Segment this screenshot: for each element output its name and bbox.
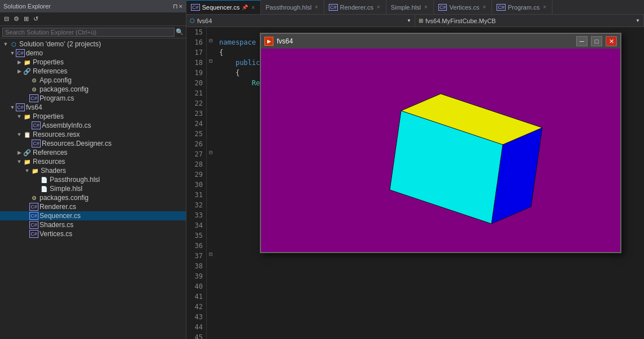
code-line-44 xyxy=(219,322,639,332)
vertices-cs-item[interactable]: C# Vertices.cs xyxy=(0,229,186,238)
fvs64-pkgconfig-label: packages.config xyxy=(40,194,89,202)
search-input[interactable] xyxy=(2,28,175,37)
demo-references-label: References xyxy=(33,67,67,75)
line37-collapse[interactable]: ⊟ xyxy=(207,251,215,261)
shaders-folder-item[interactable]: ▼ 📁 Shaders xyxy=(0,166,186,175)
se-refresh-button[interactable]: ↺ xyxy=(32,15,40,23)
resources-designer-icon: C# xyxy=(32,140,41,147)
float-window: ▶ fvs64 ─ □ ✕ xyxy=(260,33,621,253)
project-demo-item[interactable]: ▼ C# demo xyxy=(0,49,186,58)
line-num-23: 23 xyxy=(190,108,203,119)
resx-icon: 📋 xyxy=(23,131,32,138)
line-num-22: 22 xyxy=(190,98,203,108)
sequencer-icon: C# xyxy=(29,212,38,220)
line-num-16: 16 xyxy=(190,37,203,47)
member-dropdown[interactable]: ⊞ fvs64.MyFirstCube.MyCB ▼ xyxy=(415,15,644,27)
close-se-button[interactable]: × xyxy=(179,3,182,10)
se-search-bar[interactable]: 🔍 xyxy=(0,26,186,38)
line-num-33: 33 xyxy=(190,210,203,220)
member-dropdown-label: fvs64.MyFirstCube.MyCB xyxy=(425,18,496,24)
demo-appconfig-item[interactable]: ⚙ App.config xyxy=(0,76,186,85)
float-close-button[interactable]: ✕ xyxy=(606,36,617,46)
shaders-expander[interactable]: ▼ xyxy=(24,168,31,173)
code-line-40 xyxy=(219,281,639,292)
tab-renderer-close[interactable]: × xyxy=(376,4,381,10)
demo-label: demo xyxy=(26,49,43,57)
project-fvs64-item[interactable]: ▼ C# fvs64 xyxy=(0,103,186,112)
assemblyinfo-label: AssemblyInfo.cs xyxy=(42,121,91,129)
resources-folder-expander[interactable]: ▼ xyxy=(16,159,23,164)
tab-passthrough-close[interactable]: × xyxy=(314,4,319,10)
demo-references-item[interactable]: ▶ 🔗 References xyxy=(0,67,186,76)
pin-button[interactable]: ⊓ xyxy=(173,3,178,10)
search-icon: 🔍 xyxy=(176,28,184,36)
sequencer-cs-item[interactable]: C# Sequencer.cs xyxy=(0,211,186,220)
demo-props-expander[interactable]: ▶ xyxy=(16,59,23,65)
code-editor[interactable]: 15 16 17 18 19 20 21 22 23 24 25 26 27 2… xyxy=(186,27,644,339)
solution-explorer-header: Solution Explorer ⊓ × xyxy=(0,0,186,12)
fvs64-pkgconfig-item[interactable]: ⚙ packages.config xyxy=(0,193,186,202)
float-maximize-button[interactable]: □ xyxy=(591,36,602,46)
tab-renderer[interactable]: C# Renderer.cs × xyxy=(324,0,386,14)
sequencer-cs-label: Sequencer.cs xyxy=(40,212,81,220)
se-show-all-button[interactable]: ⊞ xyxy=(22,15,31,23)
resources-designer-item[interactable]: C# Resources.Designer.cs xyxy=(0,139,186,148)
renderer-cs-item[interactable]: C# Renderer.cs xyxy=(0,202,186,211)
references-icon: 🔗 xyxy=(23,67,32,75)
line-num-25: 25 xyxy=(190,129,203,139)
class-collapse[interactable]: ⊟ xyxy=(207,58,215,68)
shaders-cs-item[interactable]: C# Shaders.cs xyxy=(0,220,186,229)
tab-program[interactable]: C# Program.cs × xyxy=(492,0,552,14)
passthrough-hlsl-item[interactable]: 📄 Passthrough.hlsl xyxy=(0,175,186,184)
line-num-38: 38 xyxy=(190,261,203,271)
float-minimize-button[interactable]: ─ xyxy=(576,36,588,46)
tab-vertices[interactable]: C# Vertices.cs × xyxy=(434,0,493,14)
line-num-45: 45 xyxy=(190,332,203,339)
line-num-15: 15 xyxy=(190,27,203,37)
fvs64-properties-item[interactable]: ▼ 📁 Properties xyxy=(0,112,186,121)
fvs64-ref-expander[interactable]: ▶ xyxy=(16,150,23,155)
collapse-markers: ⊟ ⊟ ⊟ ⊟ xyxy=(207,27,215,339)
type-dropdown[interactable]: ⬡ fvs64 ▼ xyxy=(186,15,415,27)
demo-properties-item[interactable]: ▶ 📁 Properties xyxy=(0,58,186,67)
fvs64-references-item[interactable]: ▶ 🔗 References xyxy=(0,148,186,157)
tab-vertices-icon: C# xyxy=(438,4,447,11)
solution-expander[interactable]: ▼ xyxy=(2,41,9,47)
solution-label: Solution 'demo' (2 projects) xyxy=(19,40,101,48)
tab-sequencer-close[interactable]: × xyxy=(250,5,256,11)
line-numbers: 15 16 17 18 19 20 21 22 23 24 25 26 27 2… xyxy=(186,27,207,339)
line28-collapse[interactable]: ⊟ xyxy=(207,149,215,159)
code-line-41 xyxy=(219,292,639,302)
tab-passthrough[interactable]: Passthrough.hlsl × xyxy=(261,0,324,14)
simple-hlsl-item[interactable]: 📄 Simple.hlsl xyxy=(0,184,186,193)
line-num-28: 28 xyxy=(190,159,203,169)
se-properties-button[interactable]: ⚙ xyxy=(12,15,21,23)
resx-expander[interactable]: ▼ xyxy=(16,132,23,137)
tab-sequencer[interactable]: C# Sequencer.cs 📌 × xyxy=(186,0,261,14)
line-num-21: 21 xyxy=(190,88,203,98)
assemblyinfo-item[interactable]: C# AssemblyInfo.cs xyxy=(0,121,186,130)
resources-folder-label: Resources xyxy=(33,158,65,166)
vertices-cs-label: Vertices.cs xyxy=(40,230,72,238)
float-titlebar: ▶ fvs64 ─ □ ✕ xyxy=(261,34,620,49)
se-collapse-button[interactable]: ⊟ xyxy=(2,15,11,23)
tab-program-close[interactable]: × xyxy=(542,4,547,10)
demo-expander[interactable]: ▼ xyxy=(9,50,16,56)
demo-pkgconfig-item[interactable]: ⚙ packages.config xyxy=(0,85,186,94)
fvs64-props-expander[interactable]: ▼ xyxy=(16,114,23,119)
tab-simple-close[interactable]: × xyxy=(423,4,429,10)
demo-ref-expander[interactable]: ▶ xyxy=(16,68,23,74)
fvs64-expander[interactable]: ▼ xyxy=(9,105,16,110)
ns-collapse[interactable]: ⊟ xyxy=(207,37,215,47)
resources-folder-item[interactable]: ▼ 📁 Resources xyxy=(0,157,186,166)
line-num-40: 40 xyxy=(190,281,203,292)
type-icon: ⬡ xyxy=(190,18,195,24)
tab-vertices-close[interactable]: × xyxy=(482,4,488,10)
line-num-43: 43 xyxy=(190,312,203,322)
demo-programcs-item[interactable]: C# Program.cs xyxy=(0,94,186,103)
solution-root-item[interactable]: ▼ ⬡ Solution 'demo' (2 projects) xyxy=(0,40,186,49)
resources-resx-item[interactable]: ▼ 📋 Resources.resx xyxy=(0,130,186,139)
tab-simple[interactable]: Simple.hlsl × xyxy=(386,0,434,14)
line-num-32: 32 xyxy=(190,200,203,210)
editor-area: C# Sequencer.cs 📌 × Passthrough.hlsl × C… xyxy=(186,0,644,339)
